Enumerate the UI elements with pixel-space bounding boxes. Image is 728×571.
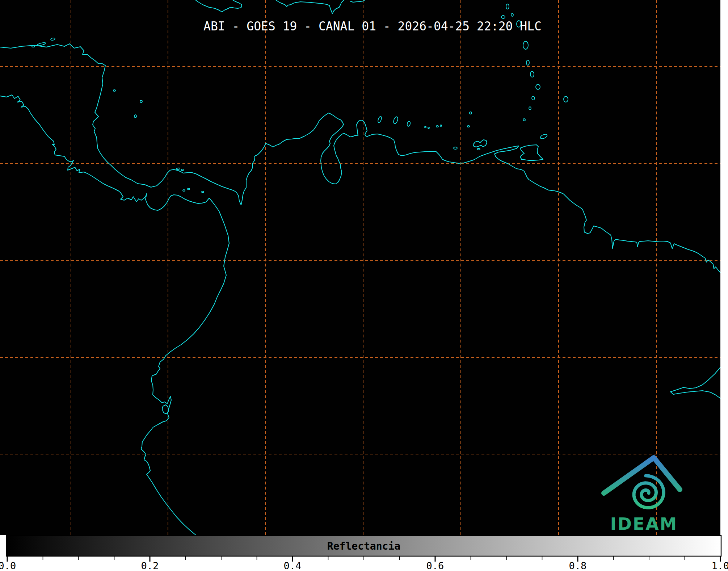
colorbar-tick-label: 1.0: [712, 560, 728, 571]
space-background: [0, 0, 728, 535]
colorbar-label: Reflectancia: [327, 540, 400, 552]
ideam-logo-text: IDEAM: [610, 514, 678, 534]
image-title: ABI - GOES 19 - CANAL 01 - 2026-04-25 22…: [203, 19, 542, 33]
colorbar-tick-label: 0.0: [0, 560, 16, 571]
goes-satellite-view: 0.00.20.40.60.81.0 ABI - GOES 19 - CANAL…: [0, 0, 728, 571]
colorbar-tick-label: 0.2: [141, 560, 159, 571]
map-canvas: 0.00.20.40.60.81.0 ABI - GOES 19 - CANAL…: [0, 0, 728, 571]
bright-edge-strip: [720, 0, 728, 557]
colorbar-tick-label: 0.6: [426, 560, 444, 571]
colorbar-tick-label: 0.8: [569, 560, 587, 571]
colorbar-tick-label: 0.4: [284, 560, 302, 571]
